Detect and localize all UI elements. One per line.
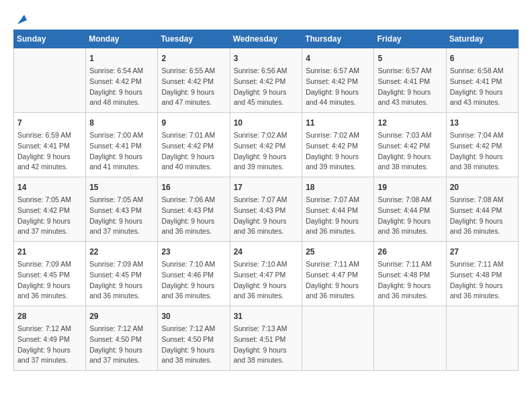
calendar-cell: 25Sunrise: 7:11 AM Sunset: 4:47 PM Dayli…: [302, 242, 374, 306]
date-number: 12: [378, 117, 442, 129]
week-row-3: 14Sunrise: 7:05 AM Sunset: 4:42 PM Dayli…: [14, 177, 519, 242]
calendar-cell: 19Sunrise: 7:08 AM Sunset: 4:44 PM Dayli…: [374, 177, 446, 242]
calendar-cell: 9Sunrise: 7:01 AM Sunset: 4:42 PM Daylig…: [158, 113, 230, 177]
date-number: 15: [89, 181, 154, 193]
calendar-cell: 15Sunrise: 7:05 AM Sunset: 4:43 PM Dayli…: [86, 177, 158, 242]
calendar-cell: [14, 48, 86, 113]
cell-info: Sunrise: 7:07 AM Sunset: 4:44 PM Dayligh…: [306, 195, 370, 237]
date-number: 8: [89, 117, 154, 129]
calendar-cell: 5Sunrise: 6:57 AM Sunset: 4:41 PM Daylig…: [374, 48, 446, 113]
calendar-cell: 12Sunrise: 7:03 AM Sunset: 4:42 PM Dayli…: [374, 113, 446, 177]
day-header-sunday: Sunday: [14, 30, 86, 48]
date-number: 9: [161, 117, 226, 129]
date-number: 13: [450, 117, 515, 129]
day-header-tuesday: Tuesday: [158, 30, 230, 48]
date-number: 14: [17, 181, 82, 193]
cell-info: Sunrise: 6:58 AM Sunset: 4:41 PM Dayligh…: [450, 66, 515, 108]
date-number: 16: [161, 181, 226, 193]
date-number: 2: [161, 52, 226, 64]
calendar-cell: 2Sunrise: 6:55 AM Sunset: 4:42 PM Daylig…: [158, 48, 230, 113]
logo-icon: [15, 13, 27, 26]
cell-info: Sunrise: 7:03 AM Sunset: 4:42 PM Dayligh…: [378, 130, 442, 173]
cell-info: Sunrise: 7:12 AM Sunset: 4:50 PM Dayligh…: [161, 324, 226, 366]
calendar-cell: 27Sunrise: 7:11 AM Sunset: 4:48 PM Dayli…: [446, 242, 518, 306]
week-row-4: 21Sunrise: 7:09 AM Sunset: 4:45 PM Dayli…: [14, 242, 519, 306]
calendar-cell: 20Sunrise: 7:08 AM Sunset: 4:44 PM Dayli…: [446, 177, 518, 242]
date-number: 22: [89, 246, 154, 258]
calendar-cell: 17Sunrise: 7:07 AM Sunset: 4:43 PM Dayli…: [230, 177, 302, 242]
calendar-cell: 10Sunrise: 7:02 AM Sunset: 4:42 PM Dayli…: [230, 113, 302, 177]
cell-info: Sunrise: 6:57 AM Sunset: 4:42 PM Dayligh…: [306, 66, 370, 108]
calendar-table: SundayMondayTuesdayWednesdayThursdayFrid…: [13, 30, 519, 371]
cell-info: Sunrise: 7:13 AM Sunset: 4:51 PM Dayligh…: [234, 324, 299, 366]
calendar-cell: 7Sunrise: 6:59 AM Sunset: 4:41 PM Daylig…: [14, 113, 86, 177]
calendar-cell: 21Sunrise: 7:09 AM Sunset: 4:45 PM Dayli…: [14, 242, 86, 306]
calendar-cell: 4Sunrise: 6:57 AM Sunset: 4:42 PM Daylig…: [302, 48, 374, 113]
cell-info: Sunrise: 7:07 AM Sunset: 4:43 PM Dayligh…: [234, 195, 299, 237]
cell-info: Sunrise: 6:56 AM Sunset: 4:42 PM Dayligh…: [234, 66, 299, 108]
cell-info: Sunrise: 7:10 AM Sunset: 4:47 PM Dayligh…: [234, 259, 299, 302]
calendar-cell: 29Sunrise: 7:12 AM Sunset: 4:50 PM Dayli…: [86, 306, 158, 371]
cell-info: Sunrise: 7:12 AM Sunset: 4:49 PM Dayligh…: [17, 324, 82, 366]
cell-info: Sunrise: 7:09 AM Sunset: 4:45 PM Dayligh…: [89, 259, 154, 302]
calendar-cell: 31Sunrise: 7:13 AM Sunset: 4:51 PM Dayli…: [230, 306, 302, 371]
date-number: 21: [17, 246, 82, 258]
date-number: 3: [234, 52, 299, 64]
day-header-friday: Friday: [374, 30, 446, 48]
calendar-cell: 26Sunrise: 7:11 AM Sunset: 4:48 PM Dayli…: [374, 242, 446, 306]
date-number: 28: [17, 310, 82, 322]
cell-info: Sunrise: 7:06 AM Sunset: 4:43 PM Dayligh…: [161, 195, 226, 237]
calendar-cell: 8Sunrise: 7:00 AM Sunset: 4:41 PM Daylig…: [86, 113, 158, 177]
cell-info: Sunrise: 6:54 AM Sunset: 4:42 PM Dayligh…: [89, 66, 154, 108]
calendar-cell: 18Sunrise: 7:07 AM Sunset: 4:44 PM Dayli…: [302, 177, 374, 242]
cell-info: Sunrise: 7:04 AM Sunset: 4:42 PM Dayligh…: [450, 130, 515, 173]
cell-info: Sunrise: 7:08 AM Sunset: 4:44 PM Dayligh…: [378, 195, 442, 237]
cell-info: Sunrise: 6:59 AM Sunset: 4:41 PM Dayligh…: [17, 130, 82, 173]
calendar-cell: [446, 306, 518, 371]
header-row: SundayMondayTuesdayWednesdayThursdayFrid…: [14, 30, 519, 48]
calendar-cell: [302, 306, 374, 371]
cell-info: Sunrise: 7:05 AM Sunset: 4:42 PM Dayligh…: [17, 195, 82, 237]
date-number: 30: [161, 310, 226, 322]
week-row-2: 7Sunrise: 6:59 AM Sunset: 4:41 PM Daylig…: [14, 113, 519, 177]
svg-marker-0: [17, 15, 27, 24]
cell-info: Sunrise: 7:02 AM Sunset: 4:42 PM Dayligh…: [306, 130, 370, 173]
logo: [13, 13, 27, 23]
date-number: 11: [306, 117, 370, 129]
calendar-cell: 30Sunrise: 7:12 AM Sunset: 4:50 PM Dayli…: [158, 306, 230, 371]
cell-info: Sunrise: 7:02 AM Sunset: 4:42 PM Dayligh…: [234, 130, 299, 173]
calendar-cell: 3Sunrise: 6:56 AM Sunset: 4:42 PM Daylig…: [230, 48, 302, 113]
calendar-cell: 23Sunrise: 7:10 AM Sunset: 4:46 PM Dayli…: [158, 242, 230, 306]
date-number: 7: [17, 117, 82, 129]
date-number: 4: [306, 52, 370, 64]
cell-info: Sunrise: 7:11 AM Sunset: 4:47 PM Dayligh…: [306, 259, 370, 302]
calendar-cell: 24Sunrise: 7:10 AM Sunset: 4:47 PM Dayli…: [230, 242, 302, 306]
date-number: 19: [378, 181, 442, 193]
calendar-cell: 28Sunrise: 7:12 AM Sunset: 4:49 PM Dayli…: [14, 306, 86, 371]
date-number: 5: [378, 52, 442, 64]
cell-info: Sunrise: 6:57 AM Sunset: 4:41 PM Dayligh…: [378, 66, 442, 108]
page-header: [13, 13, 519, 23]
calendar-cell: 6Sunrise: 6:58 AM Sunset: 4:41 PM Daylig…: [446, 48, 518, 113]
week-row-5: 28Sunrise: 7:12 AM Sunset: 4:49 PM Dayli…: [14, 306, 519, 371]
cell-info: Sunrise: 7:00 AM Sunset: 4:41 PM Dayligh…: [89, 130, 154, 173]
calendar-cell: 11Sunrise: 7:02 AM Sunset: 4:42 PM Dayli…: [302, 113, 374, 177]
calendar-cell: 16Sunrise: 7:06 AM Sunset: 4:43 PM Dayli…: [158, 177, 230, 242]
date-number: 27: [450, 246, 515, 258]
day-header-saturday: Saturday: [446, 30, 518, 48]
date-number: 10: [234, 117, 299, 129]
date-number: 29: [89, 310, 154, 322]
calendar-cell: 13Sunrise: 7:04 AM Sunset: 4:42 PM Dayli…: [446, 113, 518, 177]
cell-info: Sunrise: 7:08 AM Sunset: 4:44 PM Dayligh…: [450, 195, 515, 237]
date-number: 20: [450, 181, 515, 193]
date-number: 23: [161, 246, 226, 258]
cell-info: Sunrise: 7:11 AM Sunset: 4:48 PM Dayligh…: [450, 259, 515, 302]
date-number: 6: [450, 52, 515, 64]
date-number: 1: [89, 52, 154, 64]
day-header-thursday: Thursday: [302, 30, 374, 48]
date-number: 17: [234, 181, 299, 193]
date-number: 25: [306, 246, 370, 258]
cell-info: Sunrise: 7:01 AM Sunset: 4:42 PM Dayligh…: [161, 130, 226, 173]
day-header-wednesday: Wednesday: [230, 30, 302, 48]
cell-info: Sunrise: 6:55 AM Sunset: 4:42 PM Dayligh…: [161, 66, 226, 108]
